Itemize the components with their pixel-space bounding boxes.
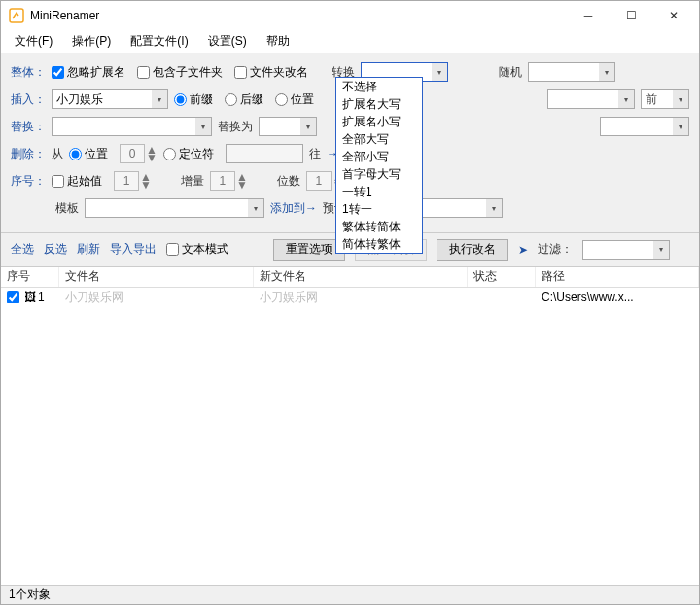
link-fanxuan[interactable]: 反选 — [44, 241, 67, 258]
radio-qianzhui[interactable]: 前缀 — [174, 91, 213, 108]
spin-inc[interactable]: ▲▼ — [210, 171, 248, 191]
filter-combo[interactable]: ▾ — [582, 240, 670, 260]
convert-dropdown-list[interactable]: 不选择 扩展名大写 扩展名小写 全部大写 全部小写 首字母大写 一转1 1转一 … — [335, 77, 423, 254]
insert-extra-combo[interactable]: ▾ — [547, 89, 635, 109]
dd-item-6[interactable]: 一转1 — [336, 183, 422, 200]
maximize-button[interactable]: ☐ — [610, 2, 652, 29]
dd-item-1[interactable]: 扩展名大写 — [336, 95, 422, 113]
close-button[interactable]: ✕ — [652, 2, 695, 29]
th-status[interactable]: 状态 — [468, 267, 536, 287]
insert-text-combo[interactable]: 小刀娱乐▾ — [52, 89, 168, 109]
random-dropdown[interactable]: ▾ — [528, 62, 615, 82]
dd-item-7[interactable]: 1转一 — [336, 200, 422, 218]
th-newname[interactable]: 新文件名 — [254, 267, 468, 287]
delete-locator-input[interactable] — [226, 144, 303, 163]
label-zhengtai: 整体： — [11, 64, 46, 81]
th-xuhao[interactable]: 序号 — [1, 267, 59, 287]
spin-pos[interactable]: ▲▼ — [120, 144, 158, 163]
status-text: 1个对象 — [9, 587, 51, 603]
dd-item-5[interactable]: 首字母大写 — [336, 165, 422, 183]
check-qishizhi[interactable]: 起始值 — [52, 173, 102, 190]
dd-item-8[interactable]: 繁体转简体 — [336, 218, 422, 235]
table-header: 序号 文件名 新文件名 状态 路径 — [1, 267, 699, 288]
radio-del-dingwei[interactable]: 定位符 — [163, 146, 214, 162]
label-shanchu: 删除： — [11, 146, 46, 162]
dd-item-9[interactable]: 简体转繁体 — [336, 235, 422, 253]
menu-config[interactable]: 配置文件(I) — [124, 31, 193, 52]
menu-bar: 文件(F) 操作(P) 配置文件(I) 设置(S) 帮助 — [1, 30, 699, 53]
check-wenjianjia[interactable]: 文件夹改名 — [234, 64, 308, 81]
btn-reset[interactable]: 重置选项 — [273, 239, 345, 261]
label-wang: 往 — [309, 146, 321, 162]
table-body: 🖼 1 小刀娱乐网 小刀娱乐网 C:\Users\www.x... — [1, 288, 699, 585]
label-zengliang: 增量 — [181, 173, 204, 190]
table-row[interactable]: 🖼 1 小刀娱乐网 小刀娱乐网 C:\Users\www.x... — [1, 288, 699, 305]
replace-from[interactable]: ▾ — [52, 117, 212, 136]
app-icon — [9, 8, 24, 23]
options-panel: 整体： 忽略扩展名 包含子文件夹 文件夹改名 转换 ▾ 随机 ▾ 不选择 扩展名… — [1, 53, 699, 233]
label-tihuan: 替换： — [11, 119, 46, 135]
menu-settings[interactable]: 设置(S) — [202, 31, 253, 52]
row-newname: 小刀娱乐网 — [254, 289, 468, 305]
file-icon: 🖼 — [24, 290, 36, 303]
row-check[interactable] — [7, 291, 19, 303]
dd-item-0[interactable]: 不选择 — [336, 78, 422, 95]
dd-item-2[interactable]: 扩展名小写 — [336, 113, 422, 130]
menu-file[interactable]: 文件(F) — [9, 31, 58, 52]
th-name[interactable]: 文件名 — [59, 267, 254, 287]
minimize-button[interactable]: ─ — [567, 2, 610, 29]
replace-to[interactable]: ▾ — [259, 117, 317, 136]
btn-execute[interactable]: 执行改名 — [437, 239, 508, 261]
row-idx: 1 — [38, 290, 45, 303]
label-guolv: 过滤： — [538, 241, 573, 258]
label-xuhao: 序号： — [11, 173, 46, 190]
link-shuaxin[interactable]: 刷新 — [77, 241, 100, 258]
row-path: C:\Users\www.x... — [536, 290, 699, 303]
pin-icon[interactable]: ➤ — [518, 243, 528, 257]
th-path[interactable]: 路径 — [536, 267, 699, 287]
spin-start[interactable]: ▲▼ — [114, 171, 152, 191]
row-name: 小刀娱乐网 — [59, 289, 254, 305]
label-muban: 模板 — [55, 200, 79, 217]
label-charu: 插入： — [11, 91, 46, 108]
svg-rect-0 — [10, 9, 23, 22]
menu-help[interactable]: 帮助 — [261, 31, 296, 52]
check-wenben[interactable]: 文本模式 — [166, 241, 228, 258]
dd-item-4[interactable]: 全部小写 — [336, 148, 422, 165]
status-bar: 1个对象 — [1, 585, 699, 604]
app-title: MiniRenamer — [30, 9, 567, 22]
check-baohan[interactable]: 包含子文件夹 — [137, 64, 223, 81]
label-cong: 从 — [52, 146, 63, 162]
dd-item-3[interactable]: 全部大写 — [336, 130, 422, 148]
menu-operate[interactable]: 操作(P) — [66, 31, 117, 52]
title-bar: MiniRenamer ─ ☐ ✕ — [1, 1, 699, 30]
link-quanxuan[interactable]: 全选 — [11, 241, 34, 258]
radio-houzhui[interactable]: 后缀 — [225, 91, 263, 108]
radio-weizhi[interactable]: 位置 — [275, 91, 314, 108]
insert-qian-combo[interactable]: 前▾ — [641, 89, 689, 109]
check-hulue[interactable]: 忽略扩展名 — [52, 64, 125, 81]
link-daoru[interactable]: 导入导出 — [110, 241, 157, 258]
label-weishu: 位数 — [277, 173, 300, 190]
radio-del-weizhi[interactable]: 位置 — [69, 146, 108, 162]
replace-extra[interactable]: ▾ — [600, 117, 689, 136]
template-combo[interactable]: ▾ — [85, 198, 264, 218]
label-suiji: 随机 — [499, 64, 522, 81]
label-tihuanwei: 替换为 — [218, 119, 253, 135]
link-addto[interactable]: 添加到→ — [270, 200, 317, 217]
